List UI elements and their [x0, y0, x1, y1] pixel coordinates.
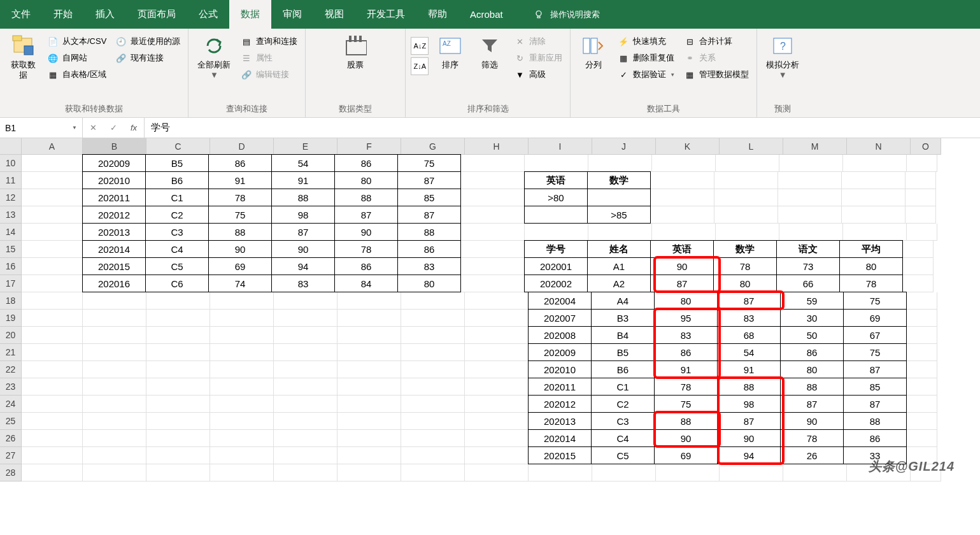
cell[interactable]: 54 [271, 154, 335, 172]
cell[interactable]: 202011 [528, 378, 592, 396]
row-header[interactable]: 21 [0, 344, 22, 361]
cell[interactable] [146, 344, 210, 361]
cell[interactable] [274, 430, 337, 447]
cell[interactable]: 91 [208, 171, 272, 189]
cell[interactable]: 90 [271, 240, 335, 258]
cell[interactable]: 87 [717, 412, 781, 430]
refresh-all-button[interactable]: 全部刷新▼ [194, 32, 234, 82]
cell[interactable] [907, 430, 937, 447]
row-header[interactable]: 15 [0, 241, 22, 258]
cell[interactable] [274, 344, 337, 361]
cell[interactable] [210, 464, 274, 481]
row-header[interactable]: 23 [0, 378, 22, 396]
cell[interactable]: 86 [208, 154, 272, 172]
cell[interactable] [22, 378, 83, 396]
cell[interactable]: 80 [780, 360, 844, 378]
cell[interactable]: 86 [334, 257, 398, 275]
cell[interactable] [907, 224, 937, 241]
cell[interactable] [274, 396, 337, 413]
cell[interactable] [22, 361, 83, 378]
cell[interactable] [903, 275, 934, 292]
cell[interactable]: 202014 [528, 429, 592, 447]
cell[interactable] [83, 396, 146, 413]
cell[interactable]: C5 [591, 446, 655, 464]
cell[interactable]: B6 [591, 360, 655, 378]
get-data-button[interactable]: 获取数 据 [5, 32, 41, 82]
row-header[interactable]: 22 [0, 361, 22, 378]
cell[interactable]: 202010 [82, 171, 146, 189]
cell[interactable]: 78 [780, 429, 844, 447]
filter-button[interactable]: 筛选 [472, 32, 508, 73]
cell[interactable] [652, 155, 716, 172]
cell[interactable]: B5 [591, 343, 655, 361]
cell[interactable] [461, 224, 525, 241]
column-header[interactable]: M [783, 138, 847, 155]
cell[interactable]: >85 [587, 206, 651, 224]
cell[interactable] [22, 447, 83, 464]
row-header[interactable]: 26 [0, 430, 22, 447]
cell[interactable] [22, 189, 83, 206]
cell[interactable]: 88 [334, 189, 398, 206]
cell[interactable] [146, 396, 210, 413]
cell[interactable] [401, 327, 465, 344]
cell[interactable] [651, 189, 714, 206]
cell[interactable] [146, 413, 210, 430]
cell[interactable]: 202009 [82, 154, 146, 172]
cell[interactable]: 90 [654, 429, 718, 447]
cell[interactable]: 88 [271, 189, 335, 206]
cell[interactable]: B5 [145, 154, 209, 172]
cell[interactable] [465, 413, 529, 430]
cell[interactable]: C6 [145, 275, 209, 292]
cell[interactable] [907, 327, 937, 344]
cell[interactable] [461, 172, 525, 189]
cell[interactable] [461, 275, 525, 292]
cell[interactable] [588, 155, 652, 172]
cell[interactable]: 87 [780, 395, 844, 413]
cell[interactable]: 54 [717, 343, 781, 361]
cell[interactable] [783, 464, 847, 481]
cell[interactable] [83, 310, 146, 327]
cell[interactable] [337, 310, 401, 327]
cell[interactable]: C1 [145, 189, 209, 206]
cell[interactable]: 88 [843, 412, 907, 430]
cell[interactable] [401, 447, 465, 464]
cell[interactable] [716, 224, 779, 241]
cell[interactable] [210, 413, 274, 430]
cell[interactable]: 86 [334, 154, 398, 172]
cell[interactable]: C4 [145, 240, 209, 258]
cell[interactable]: 姓名 [587, 240, 651, 258]
cell[interactable]: 75 [843, 292, 907, 310]
cell[interactable]: 90 [717, 429, 781, 447]
cell[interactable] [716, 155, 779, 172]
cell[interactable] [907, 310, 937, 327]
whatif-button[interactable]: ? 模拟分析▼ [762, 32, 803, 82]
cell[interactable] [907, 292, 937, 310]
cell[interactable]: C3 [591, 412, 655, 430]
validation-button[interactable]: ✓数据验证 ▼ [615, 68, 678, 82]
cell[interactable] [778, 206, 842, 224]
cell[interactable]: 78 [839, 275, 903, 292]
cell[interactable]: 83 [654, 326, 718, 344]
cell[interactable] [274, 464, 337, 481]
row-header[interactable]: 11 [0, 172, 22, 189]
cell[interactable] [274, 413, 337, 430]
fx-button[interactable]: fx [124, 123, 144, 132]
row-header[interactable]: 14 [0, 224, 22, 241]
name-box-dropdown-icon[interactable]: ▼ [72, 125, 77, 131]
recent-sources-button[interactable]: 🕘最近使用的源 [113, 34, 183, 48]
cell[interactable]: 202001 [524, 257, 588, 275]
cell[interactable] [337, 447, 401, 464]
cell[interactable] [401, 361, 465, 378]
formula-cancel-button[interactable]: ✕ [83, 123, 103, 132]
cell[interactable]: 87 [717, 292, 781, 310]
cell[interactable]: 83 [397, 257, 461, 275]
from-web-button[interactable]: 🌐自网站 [45, 51, 109, 65]
text-to-columns-button[interactable]: 分列 [576, 32, 611, 73]
cell[interactable]: 202011 [82, 189, 146, 206]
cell[interactable] [401, 396, 465, 413]
cell[interactable]: 87 [334, 206, 398, 224]
column-header[interactable]: A [22, 138, 83, 155]
cell[interactable]: 78 [654, 378, 718, 396]
cell[interactable]: 87 [843, 360, 907, 378]
cell[interactable] [461, 258, 525, 275]
